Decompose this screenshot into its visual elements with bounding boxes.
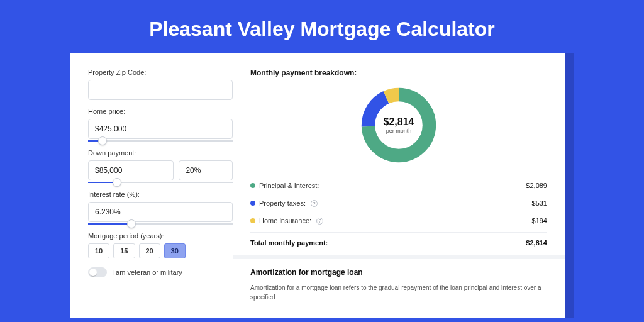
slider-fill [88, 223, 131, 225]
toggle-knob [89, 269, 97, 276]
field-interest-rate: Interest rate (%): [88, 191, 233, 225]
legend-row: Home insurance:?$194 [250, 212, 547, 230]
period-button-10[interactable]: 10 [88, 243, 109, 258]
legend-list: Principal & Interest:$2,089Property taxe… [250, 177, 547, 230]
down-payment-pct-input[interactable] [179, 160, 233, 180]
home-price-input[interactable] [88, 119, 233, 139]
donut-chart: $2,814 per month [358, 85, 439, 165]
veteran-label: I am veteran or military [112, 269, 182, 276]
legend-row: Property taxes:?$531 [250, 194, 547, 212]
slider-handle[interactable] [127, 219, 136, 228]
down-payment-input[interactable] [88, 160, 174, 180]
legend-value: $194 [532, 217, 547, 225]
card-shadow: Property Zip Code: Home price: Down paym… [70, 53, 574, 318]
veteran-toggle-row: I am veteran or military [88, 267, 233, 277]
slider-handle[interactable] [113, 178, 121, 187]
period-button-30[interactable]: 30 [164, 243, 186, 258]
period-button-20[interactable]: 20 [139, 243, 160, 258]
total-label: Total monthly payment: [250, 239, 328, 247]
field-home-price: Home price: [88, 108, 233, 142]
down-payment-label: Down payment: [88, 149, 233, 157]
donut-chart-wrap: $2,814 per month [250, 85, 547, 165]
amortization-section: Amortization for mortgage loan Amortizat… [233, 255, 565, 302]
period-button-15[interactable]: 15 [113, 243, 135, 258]
donut-amount: $2,814 [384, 116, 414, 128]
legend-label: Home insurance: [259, 217, 311, 225]
donut-sub: per month [384, 128, 414, 134]
down-payment-slider[interactable] [88, 182, 233, 183]
interest-rate-slider[interactable] [88, 223, 233, 225]
total-value: $2,814 [526, 239, 547, 247]
interest-rate-input[interactable] [88, 202, 233, 222]
legend-label: Principal & Interest: [259, 182, 319, 189]
slider-handle[interactable] [98, 136, 107, 145]
info-icon[interactable]: ? [311, 200, 318, 207]
amortization-title: Amortization for mortgage loan [250, 268, 547, 277]
zip-label: Property Zip Code: [88, 69, 233, 76]
legend-left: Home insurance:? [250, 217, 323, 225]
zip-input[interactable] [88, 80, 233, 100]
field-down-payment: Down payment: [88, 149, 233, 183]
amortization-body: Amortization for a mortgage loan refers … [250, 283, 547, 302]
legend-dot [250, 218, 255, 223]
legend-row: Principal & Interest:$2,089 [250, 177, 547, 194]
legend-left: Principal & Interest: [250, 182, 319, 189]
form-column: Property Zip Code: Home price: Down paym… [88, 69, 233, 303]
page-title: Pleasant Valley Mortgage Calculator [0, 0, 644, 53]
interest-rate-label: Interest rate (%): [88, 191, 233, 198]
field-zip: Property Zip Code: [88, 69, 233, 100]
donut-center: $2,814 per month [384, 116, 414, 134]
home-price-label: Home price: [88, 108, 233, 115]
field-mortgage-period: Mortgage period (years): 10152030 [88, 232, 233, 258]
legend-left: Property taxes:? [250, 199, 318, 207]
legend-dot [250, 183, 255, 188]
legend-value: $2,089 [526, 182, 547, 189]
legend-label: Property taxes: [259, 199, 306, 207]
home-price-slider[interactable] [88, 140, 233, 142]
calculator-card: Property Zip Code: Home price: Down paym… [70, 53, 565, 318]
total-row: Total monthly payment: $2,814 [250, 232, 547, 255]
mortgage-period-label: Mortgage period (years): [88, 232, 233, 240]
info-icon[interactable]: ? [316, 218, 323, 225]
legend-dot [250, 201, 255, 206]
breakdown-column: Monthly payment breakdown: $2,814 per mo… [250, 69, 547, 303]
legend-value: $531 [532, 199, 547, 207]
period-button-row: 10152030 [88, 243, 233, 258]
breakdown-title: Monthly payment breakdown: [250, 69, 547, 77]
veteran-toggle[interactable] [88, 267, 107, 277]
